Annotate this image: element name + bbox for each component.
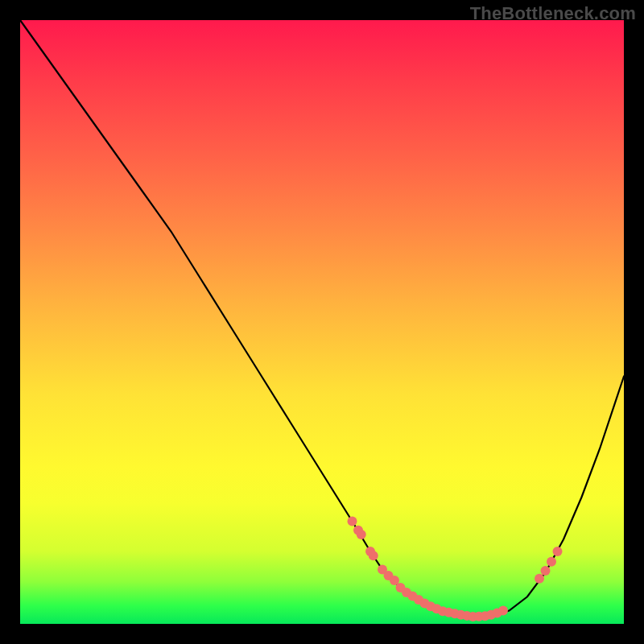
curve-marker	[498, 606, 508, 616]
curve-marker	[547, 557, 556, 567]
chart-plot	[20, 20, 624, 624]
curve-marker	[357, 530, 366, 539]
curve-marker	[369, 551, 378, 560]
watermark-text: TheBottleneck.com	[470, 3, 636, 24]
chart-frame	[20, 20, 624, 624]
curve-marker	[348, 517, 357, 526]
bottleneck-curve	[20, 20, 624, 617]
curve-marker	[541, 566, 551, 576]
curve-marker	[553, 547, 563, 556]
curve-markers	[348, 517, 563, 622]
curve-marker	[535, 574, 544, 584]
